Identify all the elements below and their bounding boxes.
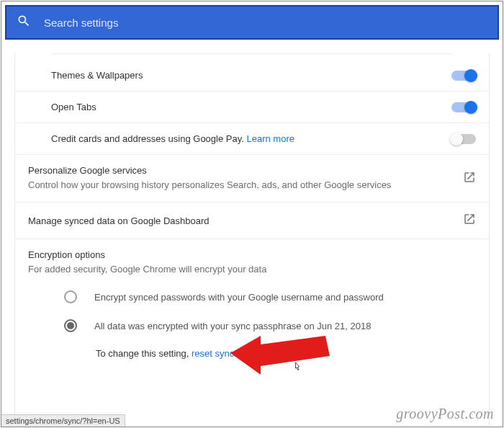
radio-icon — [64, 290, 77, 303]
encryption-title: Encryption options — [28, 249, 476, 260]
search-input[interactable] — [44, 17, 487, 29]
settings-content: Themes & Wallpapers Open Tabs Credit car… — [6, 45, 498, 425]
pointer-cursor-icon — [291, 361, 302, 378]
encryption-opt1-label: Encrypt synced passwords with your Googl… — [94, 292, 384, 303]
sync-row-themes: Themes & Wallpapers — [15, 54, 489, 91]
personalize-section[interactable]: Personalize Google services Control how … — [15, 154, 489, 202]
status-url: settings/chrome/sync/?hl=en-US — [6, 416, 120, 425]
encryption-section: Encryption options For added security, G… — [15, 238, 489, 369]
personalize-sub: Control how your browsing history person… — [28, 179, 463, 192]
personalize-title: Personalize Google services — [28, 165, 463, 176]
watermark: groovyPost.com — [396, 406, 494, 422]
external-link-icon — [463, 171, 476, 187]
toggle-credit[interactable] — [451, 134, 476, 144]
sync-row-tabs: Open Tabs — [15, 91, 489, 122]
reset-sync-link[interactable]: reset sync — [192, 348, 234, 359]
toggle-themes[interactable] — [451, 71, 476, 81]
status-bar: settings/chrome/sync/?hl=en-US — [1, 414, 125, 427]
encryption-opt2-label: All data was encrypted with your sync pa… — [94, 321, 371, 331]
sync-label-tabs: Open Tabs — [51, 102, 451, 112]
sync-row-credit: Credit cards and addresses using Google … — [15, 122, 489, 154]
sync-label-themes: Themes & Wallpapers — [51, 70, 451, 81]
encryption-option-google[interactable]: Encrypt synced passwords with your Googl… — [64, 290, 476, 303]
radio-icon-selected — [64, 319, 77, 332]
encryption-sub: For added security, Google Chrome will e… — [28, 263, 476, 276]
external-link-icon — [463, 213, 476, 228]
toggle-tabs[interactable] — [451, 102, 476, 112]
learn-more-link[interactable]: Learn more — [246, 133, 294, 144]
dashboard-section[interactable]: Manage synced data on Google Dashboard — [15, 202, 489, 238]
reset-sync-row: To change this setting, reset sync. — [96, 348, 476, 359]
sync-label-credit: Credit cards and addresses using Google … — [51, 133, 451, 144]
search-icon — [17, 14, 31, 31]
settings-search-bar[interactable] — [5, 5, 499, 40]
encryption-option-passphrase[interactable]: All data was encrypted with your sync pa… — [64, 319, 476, 332]
dashboard-title: Manage synced data on Google Dashboard — [28, 215, 463, 226]
